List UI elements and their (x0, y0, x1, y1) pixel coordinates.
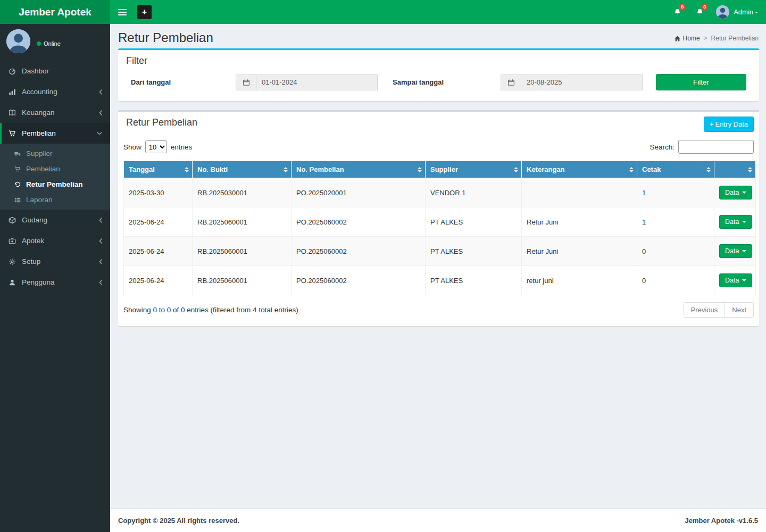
sidebar-subitem-label: Laporan (26, 196, 53, 204)
table-row: 2025-06-24 RB.2025060001 PO.2025060002 P… (124, 237, 756, 266)
cell-supplier: PT ALKES (426, 266, 522, 295)
to-date-group (501, 74, 643, 90)
to-date-label: Sampai tanggal (393, 78, 501, 86)
cell-no-bukti: RB.2025060001 (193, 207, 292, 237)
data-dropdown-button[interactable]: Data (719, 273, 752, 287)
chevron-left-icon (98, 238, 103, 244)
table-box-header: Retur Pembelian + Entry Data (118, 112, 759, 131)
sidebar-item-pembelian[interactable]: Pembelian (0, 123, 110, 144)
sidebar-item-apotek[interactable]: Apotek (0, 230, 110, 251)
sidebar-item-dashbor[interactable]: Dashbor (0, 61, 110, 81)
content-wrapper: Retur Pembelian Home > Retur Pembelian F… (110, 24, 766, 532)
column-header-tanggal[interactable]: Tanggal (124, 161, 193, 178)
cell-actions: Data (714, 178, 756, 207)
next-page-button[interactable]: Next (725, 302, 754, 318)
notifications-menu-1[interactable]: 0 (666, 0, 688, 24)
filter-submit-button[interactable]: Filter (656, 74, 746, 90)
sidebar-item-gudang[interactable]: Gudang (0, 210, 110, 230)
data-dropdown-button[interactable]: Data (719, 244, 752, 258)
cell-supplier: PT ALKES (426, 207, 522, 237)
data-dropdown-button[interactable]: Data (719, 215, 752, 229)
chevron-left-icon (98, 279, 103, 286)
sidebar-toggle-button[interactable] (110, 0, 134, 24)
sidebar-item-label: Accounting (22, 88, 57, 96)
column-header-no-bukti[interactable]: No. Bukti (193, 161, 292, 178)
sidebar-item-label: Apotek (22, 237, 44, 245)
breadcrumb-current: Retur Pembelian (711, 35, 759, 42)
page-title: Retur Pembelian (118, 30, 759, 45)
sort-icon (748, 167, 752, 172)
cell-cetak: 0 (637, 266, 714, 295)
table-box-body: Show 10 entries Search: (118, 131, 759, 326)
sidebar-subitem-label: Retur Pembelian (26, 180, 83, 188)
column-header-actions[interactable] (714, 161, 756, 178)
cell-tanggal: 2025-06-24 (124, 207, 193, 237)
sidebar-item-accounting[interactable]: Accounting (0, 81, 110, 102)
sidebar-item-pengguna[interactable]: Pengguna (0, 272, 110, 293)
sort-icon (706, 167, 711, 172)
column-header-keterangan[interactable]: Keterangan (522, 161, 637, 178)
notification-badge: 0 (701, 4, 708, 11)
chevron-down-icon (96, 131, 103, 136)
sidebar-subitem-label: Supplier (26, 149, 53, 157)
home-icon (674, 35, 681, 42)
page-footer: Copyright © 2025 All rights reserved. Je… (110, 509, 766, 532)
finance-book-icon (8, 109, 16, 117)
filter-box: Filter Dari tanggal Sampai tanggal (118, 48, 759, 101)
accounting-icon (8, 88, 16, 96)
table-row: 2025-03-30 RB.2025030001 PO.2025020001 V… (124, 178, 756, 207)
breadcrumb-home-link[interactable]: Home (674, 35, 700, 42)
sidebar-item-setup[interactable]: Setup (0, 251, 110, 272)
cell-no-pembelian: PO.2025060002 (292, 207, 426, 237)
report-list-icon (14, 197, 21, 203)
caret-down-icon (742, 192, 746, 194)
search-control: Search: (650, 140, 754, 154)
column-header-no-pembelian[interactable]: No. Pembelian (292, 161, 426, 178)
sidebar-subitem-pembelian[interactable]: Pembelian (0, 161, 110, 177)
page-length-select[interactable]: 10 (145, 140, 167, 153)
sidebar-item-keuangan[interactable]: Keuangan (0, 102, 110, 123)
sidebar-subitem-retur-pembelian[interactable]: Retur Pembelian (0, 177, 110, 192)
user-menu[interactable]: Admin - (711, 0, 766, 24)
entry-data-button[interactable]: + Entry Data (704, 117, 754, 132)
retur-pembelian-table: Tanggal No. Bukti No. Pembelian (123, 161, 756, 295)
cell-actions: Data (714, 237, 756, 266)
sidebar-subitem-supplier[interactable]: Supplier (0, 146, 110, 161)
column-header-cetak[interactable]: Cetak (637, 161, 714, 178)
quick-add-button[interactable]: + (137, 5, 152, 19)
chevron-left-icon (98, 217, 103, 223)
cell-cetak: 1 (637, 207, 714, 237)
data-dropdown-button[interactable]: Data (719, 186, 752, 200)
return-undo-icon (14, 181, 21, 188)
cell-tanggal: 2025-03-30 (124, 178, 193, 207)
brand-logo[interactable]: Jember Apotek (0, 0, 110, 24)
sort-icon (418, 167, 422, 172)
cell-keterangan (522, 178, 637, 207)
sort-icon (514, 167, 518, 172)
cart-icon (14, 166, 21, 172)
from-date-label: Dari tanggal (131, 78, 236, 86)
column-header-supplier[interactable]: Supplier (426, 161, 522, 178)
user-label: Admin - (734, 8, 757, 16)
navbar: + 0 0 Admin - (110, 0, 766, 24)
previous-page-button[interactable]: Previous (684, 302, 726, 318)
copyright-text: Copyright © 2025 All rights reserved. (118, 517, 239, 525)
sidebar-subitem-laporan[interactable]: Laporan (0, 192, 110, 207)
caret-down-icon (742, 250, 746, 252)
to-date-input[interactable] (521, 74, 643, 90)
cell-keterangan: retur juni (522, 266, 637, 295)
warehouse-box-icon (8, 217, 16, 224)
from-date-input[interactable] (256, 74, 378, 90)
user-icon (8, 279, 16, 286)
plus-icon: + (710, 120, 714, 128)
avatar (6, 29, 30, 53)
cell-no-pembelian: PO.2025060002 (292, 237, 426, 266)
cell-no-pembelian: PO.2025060002 (292, 266, 426, 295)
search-input[interactable] (678, 140, 754, 154)
truck-icon (14, 151, 21, 157)
pagination: Previous Next (684, 302, 754, 318)
cell-keterangan: Retur Juni (522, 237, 637, 266)
cell-keterangan: Retur Juni (522, 207, 637, 237)
table-box-title: Retur Pembelian (126, 117, 197, 128)
notifications-menu-2[interactable]: 0 (688, 0, 711, 24)
